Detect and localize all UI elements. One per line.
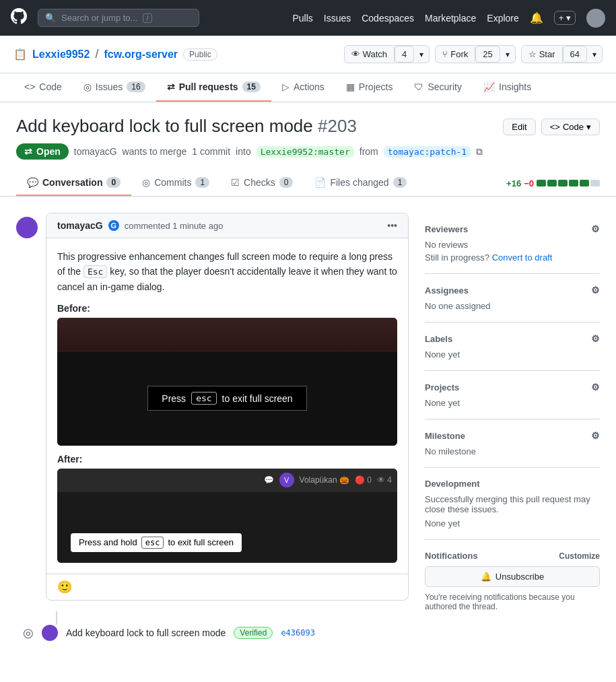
tab-insights[interactable]: 📈 Insights xyxy=(473,73,542,102)
sidebar-milestone-title: Milestone ⚙ xyxy=(425,430,600,441)
comment-author-name: tomayacG xyxy=(57,220,103,231)
convert-to-draft-link[interactable]: Convert to draft xyxy=(492,252,553,263)
diff-additions: +16 xyxy=(506,178,521,189)
view-count: 👁 4 xyxy=(377,475,392,485)
create-new-button[interactable]: + ▾ xyxy=(554,11,576,25)
pr-title: Add keyboard lock to full screen mode #2… xyxy=(16,116,357,137)
emoji-reaction-row: 🙂 xyxy=(46,574,408,600)
before-section: Before: Press esc to exit full screen xyxy=(57,303,397,446)
sidebar-assignees: Assignees ⚙ No one assigned xyxy=(425,274,600,322)
commenter-avatar xyxy=(16,217,38,238)
issues-icon: ◎ xyxy=(83,81,92,92)
pr-from-text: from xyxy=(360,146,378,157)
sidebar-milestone: Milestone ⚙ No milestone xyxy=(425,419,600,468)
star-dropdown-icon[interactable]: ▾ xyxy=(587,47,602,62)
nav-codespaces[interactable]: Codespaces xyxy=(362,13,414,24)
notifications-bell-icon[interactable]: 🔔 xyxy=(530,11,543,24)
nav-issues[interactable]: Issues xyxy=(324,13,351,24)
tab-projects[interactable]: ▦ Projects xyxy=(335,73,404,102)
assignees-value: No one assigned xyxy=(425,301,600,311)
watch-count[interactable]: 4 xyxy=(395,46,414,63)
chat-icon-small: 💬 xyxy=(264,475,274,485)
milestone-gear-icon[interactable]: ⚙ xyxy=(591,430,600,441)
pr-meta-row: ⇄ Open tomayacG wants to merge 1 commit … xyxy=(16,143,600,160)
repo-separator: / xyxy=(95,47,98,61)
code-button[interactable]: <> Code ▾ xyxy=(541,118,600,135)
github-logo-icon xyxy=(11,8,27,28)
tab-checks[interactable]: ☑ Checks 0 xyxy=(220,170,304,196)
development-body: Successfully merging this pull request m… xyxy=(425,494,600,514)
notifications-customize-link[interactable]: Customize xyxy=(559,551,600,561)
add-reaction-button[interactable]: 🙂 xyxy=(57,580,72,594)
sidebar-projects: Projects ⚙ None yet xyxy=(425,371,600,419)
commits-count: 1 xyxy=(195,177,209,188)
after-section: After: 💬 V Volapükan 🎃 🔴 0 👁 4 xyxy=(57,454,397,563)
eye-icon: 👁 xyxy=(351,49,360,59)
security-icon: 🛡 xyxy=(414,81,423,92)
head-branch-label[interactable]: tomayac:patch-1 xyxy=(384,146,471,158)
nav-explore[interactable]: Explore xyxy=(487,13,518,24)
google-badge-icon: G xyxy=(108,220,119,231)
labels-value: None yet xyxy=(425,349,600,360)
watch-dropdown-icon[interactable]: ▾ xyxy=(414,47,429,62)
code-btn-icon: <> xyxy=(550,122,560,132)
conversation-count: 0 xyxy=(106,177,121,188)
commit-hash[interactable]: e436093 xyxy=(281,628,315,638)
development-value: None yet xyxy=(425,518,600,528)
tab-pull-requests[interactable]: ⇄ Pull requests 15 xyxy=(156,73,271,102)
assignees-gear-icon[interactable]: ⚙ xyxy=(591,285,600,296)
star-count[interactable]: 64 xyxy=(563,46,587,63)
labels-gear-icon[interactable]: ⚙ xyxy=(591,333,600,344)
hold-message-box: Press and hold esc to exit full screen xyxy=(71,533,242,552)
edit-button[interactable]: Edit xyxy=(503,118,535,135)
notifications-note: You're receiving notifications because y… xyxy=(425,592,600,611)
fork-button[interactable]: ⑂ Fork xyxy=(436,46,475,62)
search-placeholder: Search or jump to... xyxy=(61,13,137,23)
commit-verified-badge: Verified xyxy=(234,627,273,639)
diff-block-3 xyxy=(558,180,568,186)
sidebar-assignees-title: Assignees ⚙ xyxy=(425,285,600,296)
tab-issues[interactable]: ◎ Issues 16 xyxy=(73,73,156,102)
comment-text: This progressive enhancement changes ful… xyxy=(57,249,397,295)
copy-branch-icon[interactable]: ⧉ xyxy=(476,146,483,158)
base-branch-label[interactable]: Lexxie9952:master xyxy=(256,146,354,158)
star-button[interactable]: ☆ Star xyxy=(522,46,563,62)
watch-button[interactable]: 👁 Watch xyxy=(345,46,395,62)
fork-button-group: ⑂ Fork 25 ▾ xyxy=(435,45,515,63)
milestone-value: No milestone xyxy=(425,446,600,456)
comment-count: 🔴 0 xyxy=(355,475,372,485)
fork-count[interactable]: 25 xyxy=(475,46,500,63)
watch-button-group: 👁 Watch 4 ▾ xyxy=(344,45,430,63)
tab-code[interactable]: <> Code xyxy=(13,73,73,102)
sidebar-notifications-title: Notifications Customize xyxy=(425,551,600,561)
tab-commits[interactable]: ◎ Commits 1 xyxy=(131,170,220,196)
tab-files-changed[interactable]: 📄 Files changed 1 xyxy=(304,170,417,196)
sidebar-development: Development Successfully merging this pu… xyxy=(425,468,600,540)
search-bar[interactable]: 🔍 Search or jump to... / xyxy=(38,9,199,27)
pr-count: 15 xyxy=(242,81,261,92)
after-screenshot: 💬 V Volapükan 🎃 🔴 0 👁 4 Press and hold e… xyxy=(57,469,397,563)
reviewers-gear-icon[interactable]: ⚙ xyxy=(591,224,600,234)
nav-marketplace[interactable]: Marketplace xyxy=(425,13,476,24)
comment-more-button[interactable]: ••• xyxy=(387,220,397,231)
pr-commit-count: 1 commit xyxy=(192,146,230,157)
pr-author: tomayacG xyxy=(74,146,117,157)
conversation-icon: 💬 xyxy=(27,177,38,188)
tab-security[interactable]: 🛡 Security xyxy=(403,73,473,102)
repo-owner-link[interactable]: Lexxie9952 xyxy=(32,48,90,61)
pr-tab-bar: 💬 Conversation 0 ◎ Commits 1 ☑ Checks 0 … xyxy=(0,170,616,197)
projects-gear-icon[interactable]: ⚙ xyxy=(591,382,600,393)
commit-bar: ◎ Add keyboard lock to full screen mode … xyxy=(16,625,409,641)
fork-dropdown-icon[interactable]: ▾ xyxy=(500,47,515,62)
repo-name-link[interactable]: fcw.org-server xyxy=(104,48,178,61)
commits-icon: ◎ xyxy=(142,177,150,188)
sidebar-labels: Labels ⚙ None yet xyxy=(425,322,600,371)
header: 🔍 Search or jump to... / Pulls Issues Co… xyxy=(0,0,616,36)
avatar[interactable] xyxy=(586,9,605,28)
nav-pulls[interactable]: Pulls xyxy=(292,13,312,24)
unsubscribe-button[interactable]: 🔔 Unsubscribe xyxy=(425,566,600,587)
before-label: Before: xyxy=(57,303,397,314)
tab-actions[interactable]: ▷ Actions xyxy=(271,73,335,102)
tab-conversation[interactable]: 💬 Conversation 0 xyxy=(16,170,131,196)
diff-block-1 xyxy=(537,180,546,186)
